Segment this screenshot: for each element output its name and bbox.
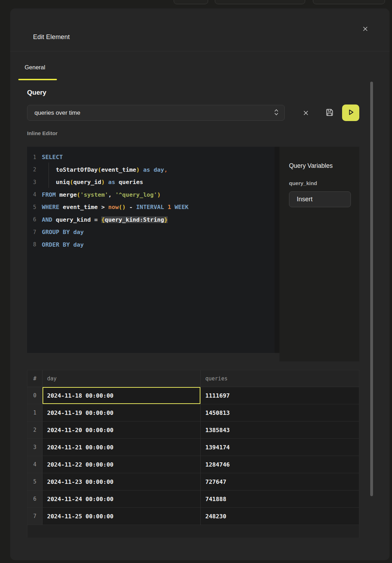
token-br: ) (101, 179, 105, 185)
token-kw: AND (42, 216, 52, 223)
day-cell[interactable]: 2024-11-18 00:00:00 (43, 387, 201, 404)
query-select-value: queries over time (34, 109, 274, 116)
token-ws (52, 216, 56, 223)
token-kw: BY (63, 241, 70, 248)
queries-cell[interactable]: 1394174 (201, 439, 359, 456)
code-line[interactable]: 2 toStartOfDay(event_time) as day, (27, 164, 275, 176)
floppy-save-icon (325, 108, 334, 118)
token-ws (164, 204, 168, 210)
clear-query-button[interactable] (301, 108, 311, 118)
queries-cell[interactable]: 1385843 (201, 422, 359, 438)
column-header-queries: queries (201, 370, 359, 387)
token-ws (150, 166, 154, 173)
queries-cell[interactable]: 727647 (201, 473, 359, 490)
query-section-heading: Query (27, 89, 46, 96)
day-cell[interactable]: 2024-11-23 00:00:00 (43, 473, 201, 490)
token-kw: ORDER (42, 241, 59, 248)
table-row: 12024-11-19 00:00:001450813 (27, 404, 359, 422)
token-op: , (108, 191, 112, 198)
code-line[interactable]: 6AND query_kind = {query_kind:String} (27, 214, 275, 226)
row-index-cell: 0 (27, 387, 43, 404)
query-variables-panel: Query Variables query_kind Insert (279, 147, 359, 361)
token-ws (70, 241, 73, 248)
token-fn: queries (119, 179, 143, 185)
queries-cell[interactable]: 1284746 (201, 456, 359, 473)
code-text: SELECT (42, 154, 63, 160)
token-fn: query_id (73, 179, 101, 185)
insert-variable-button[interactable]: Insert (289, 191, 351, 207)
code-text: WHERE event_time > now() - INTERVAL 1 WE… (42, 204, 188, 210)
code-line[interactable]: 1SELECT (27, 151, 275, 164)
code-line[interactable]: 5WHERE event_time > now() - INTERVAL 1 W… (27, 201, 275, 214)
token-vb: { (101, 216, 105, 223)
token-br: ( (70, 179, 73, 185)
token-ws (105, 179, 108, 185)
token-kw: SELECT (42, 154, 63, 160)
sql-inline-editor[interactable]: 1SELECT2 toStartOfDay(event_time) as day… (27, 147, 275, 353)
day-cell[interactable]: 2024-11-19 00:00:00 (43, 404, 201, 421)
token-st: '^query_log' (115, 191, 157, 198)
tab-active-underline (18, 79, 57, 80)
token-kw: WEEK (175, 204, 189, 210)
day-cell[interactable]: 2024-11-20 00:00:00 (43, 422, 201, 438)
token-kw: day (73, 229, 84, 235)
code-line[interactable]: 8ORDER BY day (27, 239, 275, 251)
background-toolbar-button (313, 0, 385, 4)
table-row: 32024-11-21 00:00:001394174 (27, 439, 359, 456)
token-ws (70, 229, 73, 235)
token-fn: uniq (56, 179, 70, 185)
background-toolbar-button (174, 0, 208, 4)
day-cell[interactable]: 2024-11-22 00:00:00 (43, 456, 201, 473)
code-text: FROM merge('system', '^query_log') (42, 191, 161, 198)
token-ws (140, 166, 143, 173)
token-ws (171, 204, 175, 210)
query-results-table: # day queries 02024-11-18 00:00:00111169… (27, 370, 359, 538)
token-kw: BY (63, 229, 70, 235)
row-index-cell: 2 (27, 422, 43, 438)
token-ws (112, 191, 115, 198)
token-ws (126, 204, 129, 210)
background-toolbar-button (215, 0, 305, 4)
queries-cell[interactable]: 1111697 (201, 387, 359, 404)
token-st: 'system' (80, 191, 108, 198)
code-line[interactable]: 7GROUP BY day (27, 226, 275, 239)
code-line[interactable]: 4FROM merge('system', '^query_log') (27, 189, 275, 201)
line-number: 1 (27, 154, 42, 160)
line-number: 2 (27, 166, 42, 173)
token-kw: day (154, 166, 164, 173)
day-cell[interactable]: 2024-11-24 00:00:00 (43, 491, 201, 507)
code-line[interactable]: 3 uniq(query_id) as queries (27, 176, 275, 189)
queries-cell[interactable]: 248230 (201, 508, 359, 525)
code-area[interactable]: 1SELECT2 toStartOfDay(event_time) as day… (27, 147, 275, 251)
token-fn: event_time (101, 166, 136, 173)
close-icon[interactable] (360, 25, 370, 34)
header-divider (10, 51, 390, 51)
editor-panel-gap (275, 147, 279, 353)
token-vt: query_kind:String (105, 216, 164, 223)
token-ws (133, 204, 136, 210)
inline-editor-label: Inline Editor (27, 130, 58, 136)
token-kw: as (143, 166, 150, 173)
table-row: 72024-11-25 00:00:00248230 (27, 508, 359, 525)
tab-general[interactable]: General (25, 64, 45, 71)
page-background: Edit Element General Query queries over … (0, 0, 392, 563)
row-index-cell: 5 (27, 473, 43, 490)
token-nm: now (108, 204, 119, 210)
token-br: ( (98, 166, 101, 173)
token-ws (105, 204, 108, 210)
table-row: 62024-11-24 00:00:00741888 (27, 491, 359, 508)
modal-scrollbar-thumb[interactable] (370, 82, 373, 496)
token-kw: as (108, 179, 115, 185)
line-number: 3 (27, 179, 42, 185)
query-select[interactable]: queries over time (27, 105, 285, 121)
run-query-button[interactable] (342, 105, 359, 121)
token-kw: FROM (42, 191, 56, 198)
queries-cell[interactable]: 741888 (201, 491, 359, 507)
row-index-cell: 4 (27, 456, 43, 473)
variable-name-label: query_kind (289, 180, 317, 186)
token-ws (115, 179, 119, 185)
day-cell[interactable]: 2024-11-21 00:00:00 (43, 439, 201, 456)
save-query-button[interactable] (324, 108, 335, 118)
day-cell[interactable]: 2024-11-25 00:00:00 (43, 508, 201, 525)
queries-cell[interactable]: 1450813 (201, 404, 359, 421)
